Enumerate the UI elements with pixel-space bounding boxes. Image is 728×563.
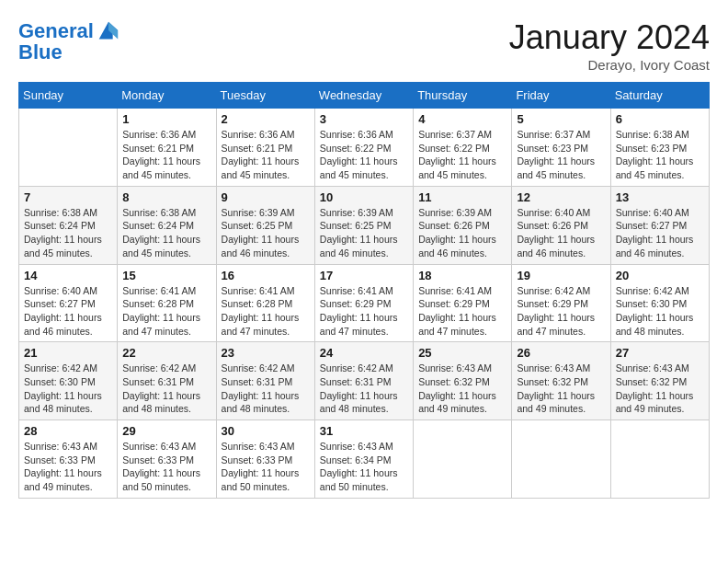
calendar-cell: 4Sunrise: 6:37 AMSunset: 6:22 PMDaylight… [414, 109, 512, 187]
day-number: 18 [418, 269, 506, 282]
month-title: January 2024 [509, 18, 710, 57]
day-number: 20 [616, 269, 704, 282]
day-number: 17 [320, 269, 408, 282]
day-number: 22 [122, 346, 210, 360]
day-info: Sunrise: 6:41 AMSunset: 6:29 PMDaylight:… [320, 284, 408, 339]
calendar-cell: 19Sunrise: 6:42 AMSunset: 6:29 PMDayligh… [512, 264, 610, 342]
location-subtitle: Derayo, Ivory Coast [509, 57, 710, 73]
day-number: 9 [222, 190, 310, 204]
calendar-cell: 21Sunrise: 6:42 AMSunset: 6:30 PMDayligh… [19, 342, 118, 420]
calendar-cell: 1Sunrise: 6:36 AMSunset: 6:21 PMDaylight… [118, 109, 216, 187]
day-number: 1 [122, 112, 210, 126]
day-info: Sunrise: 6:36 AMSunset: 6:21 PMDaylight:… [222, 128, 310, 182]
calendar-cell: 8Sunrise: 6:38 AMSunset: 6:24 PMDaylight… [118, 186, 216, 264]
calendar-cell: 31Sunrise: 6:43 AMSunset: 6:34 PMDayligh… [314, 420, 413, 499]
day-number: 2 [222, 112, 310, 126]
day-number: 26 [517, 346, 605, 360]
calendar-cell [512, 420, 610, 499]
calendar-cell: 22Sunrise: 6:42 AMSunset: 6:31 PMDayligh… [118, 342, 216, 420]
day-info: Sunrise: 6:43 AMSunset: 6:33 PMDaylight:… [122, 440, 210, 494]
day-info: Sunrise: 6:38 AMSunset: 6:23 PMDaylight:… [616, 128, 704, 182]
calendar-cell: 26Sunrise: 6:43 AMSunset: 6:32 PMDayligh… [512, 342, 610, 420]
calendar-cell: 29Sunrise: 6:43 AMSunset: 6:33 PMDayligh… [118, 420, 216, 499]
day-info: Sunrise: 6:39 AMSunset: 6:25 PMDaylight:… [320, 206, 408, 260]
calendar-cell: 15Sunrise: 6:41 AMSunset: 6:28 PMDayligh… [118, 264, 216, 342]
day-number: 21 [24, 346, 112, 360]
logo-text: General [18, 20, 94, 42]
calendar-cell: 20Sunrise: 6:42 AMSunset: 6:30 PMDayligh… [610, 264, 709, 342]
day-info: Sunrise: 6:42 AMSunset: 6:31 PMDaylight:… [222, 362, 310, 416]
calendar-cell: 11Sunrise: 6:39 AMSunset: 6:26 PMDayligh… [414, 186, 512, 264]
weekday-header-monday: Monday [118, 83, 216, 109]
day-info: Sunrise: 6:39 AMSunset: 6:26 PMDaylight:… [418, 206, 506, 260]
day-info: Sunrise: 6:43 AMSunset: 6:33 PMDaylight:… [24, 440, 112, 494]
page-header: General Blue January 2024 Derayo, Ivory … [18, 18, 710, 73]
day-number: 30 [222, 424, 310, 438]
day-info: Sunrise: 6:41 AMSunset: 6:28 PMDaylight:… [222, 284, 310, 339]
day-info: Sunrise: 6:42 AMSunset: 6:30 PMDaylight:… [24, 362, 112, 416]
logo: General Blue [18, 18, 121, 64]
calendar-cell: 14Sunrise: 6:40 AMSunset: 6:27 PMDayligh… [19, 264, 118, 342]
day-info: Sunrise: 6:36 AMSunset: 6:21 PMDaylight:… [122, 128, 210, 182]
calendar-cell: 12Sunrise: 6:40 AMSunset: 6:26 PMDayligh… [512, 186, 610, 264]
day-info: Sunrise: 6:36 AMSunset: 6:22 PMDaylight:… [320, 128, 408, 182]
day-info: Sunrise: 6:42 AMSunset: 6:29 PMDaylight:… [517, 284, 605, 339]
weekday-header-saturday: Saturday [610, 83, 709, 109]
day-info: Sunrise: 6:43 AMSunset: 6:32 PMDaylight:… [517, 362, 605, 416]
calendar-cell: 24Sunrise: 6:42 AMSunset: 6:31 PMDayligh… [314, 342, 413, 420]
day-info: Sunrise: 6:41 AMSunset: 6:29 PMDaylight:… [418, 284, 506, 339]
calendar-cell: 7Sunrise: 6:38 AMSunset: 6:24 PMDaylight… [19, 186, 118, 264]
calendar-cell: 18Sunrise: 6:41 AMSunset: 6:29 PMDayligh… [414, 264, 512, 342]
weekday-header-tuesday: Tuesday [216, 83, 314, 109]
calendar-cell: 16Sunrise: 6:41 AMSunset: 6:28 PMDayligh… [216, 264, 314, 342]
weekday-header-sunday: Sunday [19, 83, 118, 109]
day-number: 29 [122, 424, 210, 438]
day-number: 16 [222, 269, 310, 282]
day-number: 13 [616, 190, 704, 204]
day-info: Sunrise: 6:38 AMSunset: 6:24 PMDaylight:… [122, 206, 210, 260]
calendar-cell: 9Sunrise: 6:39 AMSunset: 6:25 PMDaylight… [216, 186, 314, 264]
calendar-cell [414, 420, 512, 499]
day-info: Sunrise: 6:42 AMSunset: 6:30 PMDaylight:… [616, 284, 704, 339]
day-number: 23 [222, 346, 310, 360]
day-info: Sunrise: 6:43 AMSunset: 6:32 PMDaylight:… [418, 362, 506, 416]
day-number: 15 [122, 269, 210, 282]
day-number: 10 [320, 190, 408, 204]
weekday-header-thursday: Thursday [414, 83, 512, 109]
day-info: Sunrise: 6:40 AMSunset: 6:27 PMDaylight:… [616, 206, 704, 260]
day-number: 12 [517, 190, 605, 204]
calendar-cell: 27Sunrise: 6:43 AMSunset: 6:32 PMDayligh… [610, 342, 709, 420]
calendar-cell: 5Sunrise: 6:37 AMSunset: 6:23 PMDaylight… [512, 109, 610, 187]
calendar-cell: 6Sunrise: 6:38 AMSunset: 6:23 PMDaylight… [610, 109, 709, 187]
day-number: 28 [24, 424, 112, 438]
day-number: 8 [122, 190, 210, 204]
day-number: 27 [616, 346, 704, 360]
day-info: Sunrise: 6:43 AMSunset: 6:33 PMDaylight:… [222, 440, 310, 494]
day-number: 5 [517, 112, 605, 126]
weekday-header-friday: Friday [512, 83, 610, 109]
day-number: 6 [616, 112, 704, 126]
calendar-cell: 28Sunrise: 6:43 AMSunset: 6:33 PMDayligh… [19, 420, 118, 499]
day-number: 31 [320, 424, 408, 438]
day-info: Sunrise: 6:39 AMSunset: 6:25 PMDaylight:… [222, 206, 310, 260]
calendar-cell: 25Sunrise: 6:43 AMSunset: 6:32 PMDayligh… [414, 342, 512, 420]
calendar-cell: 30Sunrise: 6:43 AMSunset: 6:33 PMDayligh… [216, 420, 314, 499]
calendar-table: SundayMondayTuesdayWednesdayThursdayFrid… [18, 82, 710, 499]
calendar-cell [610, 420, 709, 499]
day-number: 14 [24, 269, 112, 282]
weekday-header-wednesday: Wednesday [314, 83, 413, 109]
day-info: Sunrise: 6:41 AMSunset: 6:28 PMDaylight:… [122, 284, 210, 339]
day-info: Sunrise: 6:42 AMSunset: 6:31 PMDaylight:… [320, 362, 408, 416]
day-info: Sunrise: 6:37 AMSunset: 6:23 PMDaylight:… [517, 128, 605, 182]
day-number: 4 [418, 112, 506, 126]
day-number: 24 [320, 346, 408, 360]
calendar-cell: 2Sunrise: 6:36 AMSunset: 6:21 PMDaylight… [216, 109, 314, 187]
day-info: Sunrise: 6:40 AMSunset: 6:26 PMDaylight:… [517, 206, 605, 260]
day-info: Sunrise: 6:38 AMSunset: 6:24 PMDaylight:… [24, 206, 112, 260]
day-number: 11 [418, 190, 506, 204]
day-info: Sunrise: 6:37 AMSunset: 6:22 PMDaylight:… [418, 128, 506, 182]
day-info: Sunrise: 6:43 AMSunset: 6:34 PMDaylight:… [320, 440, 408, 494]
day-info: Sunrise: 6:43 AMSunset: 6:32 PMDaylight:… [616, 362, 704, 416]
calendar-cell [19, 109, 118, 187]
calendar-cell: 3Sunrise: 6:36 AMSunset: 6:22 PMDaylight… [314, 109, 413, 187]
